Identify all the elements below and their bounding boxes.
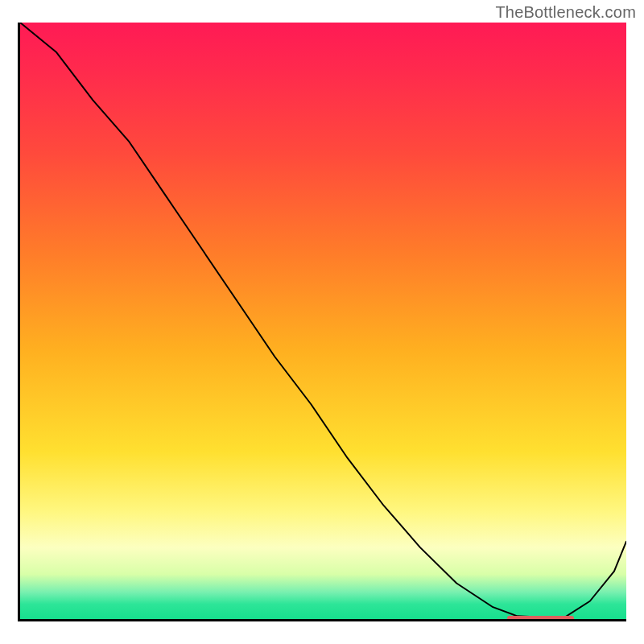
- chart-stage: TheBottleneck.com: [0, 0, 644, 644]
- plot-area: [18, 23, 626, 621]
- bottleneck-curve: [20, 23, 626, 619]
- watermark-text: TheBottleneck.com: [495, 3, 636, 22]
- optimal-range-marker: [507, 616, 574, 621]
